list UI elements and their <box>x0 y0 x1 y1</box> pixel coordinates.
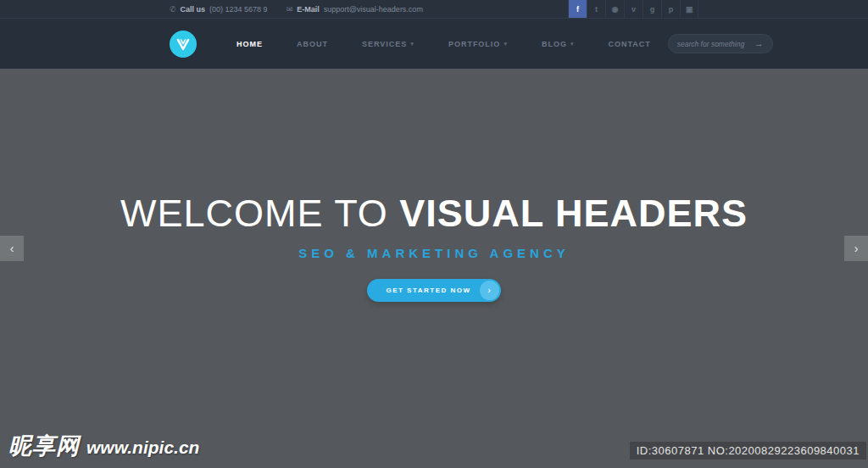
nav-item-blog[interactable]: BLOG ▾ <box>542 31 575 57</box>
vimeo-icon[interactable]: v <box>624 0 643 18</box>
nav-item-label: CONTACT <box>608 40 650 48</box>
chevron-down-icon: ▾ <box>410 41 415 47</box>
contact-group: ✆ Call us (00) 1234 5678 9 ✉ E-Mail supp… <box>170 0 423 18</box>
twitter-icon[interactable]: t <box>587 0 605 18</box>
chevron-down-icon: ▾ <box>504 41 508 47</box>
email-item: ✉ E-Mail support@visual-headers.com <box>287 5 423 14</box>
nav-item-portfolio[interactable]: PORTFOLIO ▾ <box>448 31 508 57</box>
watermark: 昵享网 www.nipic.cn <box>8 431 199 461</box>
email-address: support@visual-headers.com <box>324 5 423 14</box>
hero-content: WELCOME TO VISUAL HEADERS SEO & MARKETIN… <box>0 192 868 302</box>
nav-menu: HOME ABOUT SERVICES ▾ PORTFOLIO ▾ BLOG ▾… <box>220 31 668 57</box>
social-strip: f t ◉ v g p ▣ <box>568 0 698 18</box>
hero-section: WELCOME TO VISUAL HEADERS SEO & MARKETIN… <box>0 70 868 468</box>
carousel-prev-button[interactable]: ‹ <box>0 236 24 261</box>
search-arrow-icon[interactable]: → <box>754 39 764 48</box>
carousel-next-button[interactable]: › <box>844 236 868 261</box>
nav-item-about[interactable]: ABOUT <box>297 31 328 57</box>
search-box: → <box>668 34 773 53</box>
hero-title-light: WELCOME TO <box>120 192 399 235</box>
hero-title-bold: VISUAL HEADERS <box>399 192 748 235</box>
nav-item-label: BLOG <box>542 40 567 48</box>
hero-title: WELCOME TO VISUAL HEADERS <box>0 192 868 235</box>
call-us-number: (00) 1234 5678 9 <box>209 5 268 14</box>
search-input[interactable] <box>677 40 754 48</box>
envelope-icon: ✉ <box>287 5 293 14</box>
topbar: ✆ Call us (00) 1234 5678 9 ✉ E-Mail supp… <box>0 0 868 19</box>
watermark-url: www.nipic.cn <box>86 437 199 458</box>
nav-item-contact[interactable]: CONTACT <box>608 31 650 57</box>
chevron-down-icon: ▾ <box>570 41 575 47</box>
instagram-icon[interactable]: ▣ <box>680 0 698 18</box>
call-us-label: Call us <box>181 5 206 14</box>
phone-icon: ✆ <box>170 5 176 14</box>
logo[interactable] <box>170 31 197 58</box>
nav-item-label: SERVICES <box>362 40 407 48</box>
arrow-right-icon: › <box>480 281 499 300</box>
hero-subtitle: SEO & MARKETING AGENCY <box>0 246 868 260</box>
email-label: E-Mail <box>297 5 320 14</box>
dribbble-icon[interactable]: ◉ <box>605 0 624 18</box>
main-navbar: HOME ABOUT SERVICES ▾ PORTFOLIO ▾ BLOG ▾… <box>0 19 868 69</box>
logo-v-icon <box>170 31 197 58</box>
nav-item-label: ABOUT <box>297 40 328 48</box>
image-id-badge: ID:30607871 NO:20200829223609840031 <box>630 442 866 460</box>
pinterest-icon[interactable]: p <box>661 0 680 18</box>
nav-item-label: HOME <box>236 40 263 48</box>
get-started-button[interactable]: GET STARTED NOW › <box>367 279 500 302</box>
watermark-brand: 昵享网 <box>8 431 80 461</box>
call-us-item: ✆ Call us (00) 1234 5678 9 <box>170 5 268 14</box>
nav-item-services[interactable]: SERVICES ▾ <box>362 31 415 57</box>
nav-item-home[interactable]: HOME <box>236 31 263 57</box>
get-started-label: GET STARTED NOW <box>386 287 470 294</box>
nav-item-label: PORTFOLIO <box>448 40 501 48</box>
googleplus-icon[interactable]: g <box>643 0 661 18</box>
facebook-icon[interactable]: f <box>568 0 587 18</box>
